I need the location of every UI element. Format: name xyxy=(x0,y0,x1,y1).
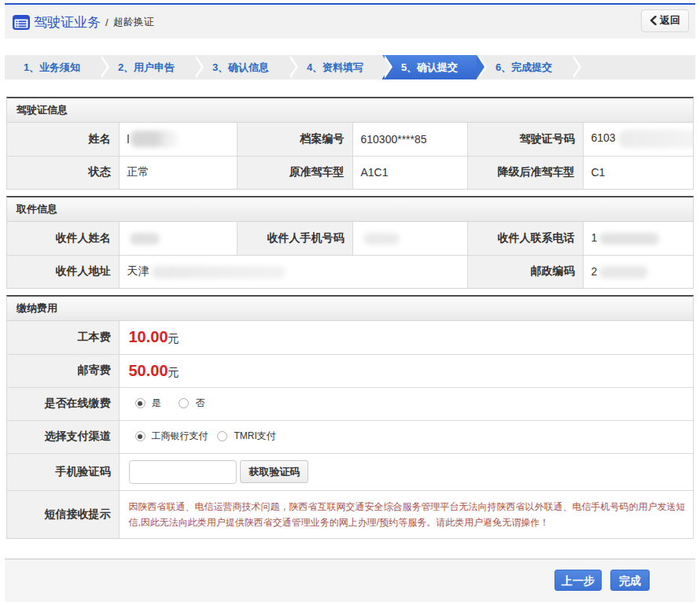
license-info-title: 驾驶证信息 xyxy=(7,98,693,123)
step-bar-filler xyxy=(571,55,695,79)
recipient-tel-label: 收件人联系电话 xyxy=(467,222,583,255)
back-button-label: 返回 xyxy=(660,13,680,28)
down-class-value: C1 xyxy=(583,156,693,189)
radio-icon xyxy=(135,398,146,408)
pickup-info-title: 取件信息 xyxy=(7,197,693,222)
address-label: 收件人地址 xyxy=(7,255,119,288)
name-value xyxy=(119,123,237,156)
sms-code-cell: 获取验证码 xyxy=(119,453,693,490)
status-value: 正常 xyxy=(119,156,237,189)
redacted-smudge xyxy=(363,233,400,245)
step-5-confirm-submit: 5、确认提交 xyxy=(382,55,477,79)
sms-code-label: 手机验证码 xyxy=(7,453,119,490)
pickup-info-panel: 取件信息 收件人姓名 收件人手机号码 收件人联系电话 1 收件人地址 天津 邮政… xyxy=(6,196,694,289)
down-class-label: 降级后准驾车型 xyxy=(467,156,583,189)
get-code-button[interactable]: 获取验证码 xyxy=(240,460,308,483)
radio-label: 否 xyxy=(195,397,204,410)
radio-label: 工商银行支付 xyxy=(152,430,208,443)
redacted-smudge xyxy=(599,233,659,245)
recipient-name-value xyxy=(119,222,237,255)
postcode-label: 邮政编码 xyxy=(467,255,583,288)
postage-fee-value: 50.00元 xyxy=(119,354,693,387)
previous-step-button[interactable]: 上一步 xyxy=(554,570,602,591)
card-fee-label: 工本费 xyxy=(7,321,119,354)
panel-gap xyxy=(5,79,695,97)
recipient-name-label: 收件人姓名 xyxy=(7,222,119,255)
address-value: 天津 xyxy=(119,255,467,288)
page-subtitle: 超龄换证 xyxy=(113,15,154,29)
pay-channel-label: 选择支付渠道 xyxy=(7,420,119,453)
sms-code-input[interactable] xyxy=(129,460,237,484)
card-fee-amount: 10.00 xyxy=(129,328,168,345)
redacted-smudge xyxy=(130,233,160,245)
fees-panel: 缴纳费用 工本费 10.00元 邮寄费 50.00元 是否在线缴费 是 xyxy=(6,295,694,539)
orig-class-value: A1C1 xyxy=(352,156,467,189)
pickup-info-table: 收件人姓名 收件人手机号码 收件人联系电话 1 收件人地址 天津 邮政编码 2 xyxy=(7,222,693,288)
redacted-fragment xyxy=(127,135,129,143)
step-1-business-notice: 1、业务须知 xyxy=(5,55,99,79)
recipient-mobile-label: 收件人手机号码 xyxy=(237,222,352,255)
radio-channel-icbc[interactable]: 工商银行支付 xyxy=(135,430,208,443)
radio-icon xyxy=(179,398,189,408)
finish-button[interactable]: 完成 xyxy=(610,570,650,591)
online-pay-options: 是 否 xyxy=(119,387,693,420)
title-bar: 驾驶证业务 / 超龄换证 返回 xyxy=(5,6,695,39)
recipient-tel-value: 1 xyxy=(583,222,693,255)
radio-icon xyxy=(217,431,227,441)
sms-tip-value: 因陕西省联通、电信运营商技术问题，陕西省互联网交通安全综合服务管理平台无法向持陕… xyxy=(119,490,693,538)
redacted-smudge xyxy=(131,131,178,147)
title-separator: / xyxy=(105,17,109,28)
step-2-user-declaration: 2、用户申告 xyxy=(99,55,193,79)
license-info-table: 姓名 档案编号 610300****85 驾驶证号码 6103 状态 正常 原准… xyxy=(7,123,693,189)
license-no-value: 6103 xyxy=(583,123,693,156)
postcode-value: 2 xyxy=(583,255,693,288)
step-3-confirm-info: 3、确认信息 xyxy=(193,55,288,79)
redacted-smudge xyxy=(599,266,648,279)
card-fee-unit: 元 xyxy=(168,332,179,345)
license-info-panel: 驾驶证信息 姓名 档案编号 610300****85 驾驶证号码 6103 状态… xyxy=(6,97,694,190)
file-no-label: 档案编号 xyxy=(237,123,352,156)
fees-title: 缴纳费用 xyxy=(7,297,693,321)
chevron-left-icon xyxy=(650,16,657,25)
fees-table: 工本费 10.00元 邮寄费 50.00元 是否在线缴费 是 否 xyxy=(7,321,693,538)
back-button[interactable]: 返回 xyxy=(641,9,689,32)
sms-tip-text: 因陕西省联通、电信运营商技术问题，陕西省互联网交通安全综合服务管理平台无法向持陕… xyxy=(129,499,689,530)
postage-fee-unit: 元 xyxy=(168,366,179,378)
sms-tip-label: 短信接收提示 xyxy=(7,490,119,538)
postage-fee-amount: 50.00 xyxy=(129,362,168,379)
step-breadcrumb: 1、业务须知 2、用户申告 3、确认信息 4、资料填写 5、确认提交 6、完成提… xyxy=(5,55,695,79)
recipient-mobile-value xyxy=(352,222,467,255)
card-fee-value: 10.00元 xyxy=(119,321,693,354)
radio-online-pay-yes[interactable]: 是 xyxy=(135,397,161,410)
postage-fee-label: 邮寄费 xyxy=(7,354,119,387)
page-container: 驾驶证业务 / 超龄换证 返回 1、业务须知 2、用户申告 3、确认信息 4、资… xyxy=(5,3,695,539)
file-no-value: 610300****85 xyxy=(352,123,467,156)
radio-icon xyxy=(135,431,146,441)
status-label: 状态 xyxy=(7,156,119,189)
license-no-label: 驾驶证号码 xyxy=(467,123,583,156)
online-pay-label: 是否在线缴费 xyxy=(7,387,119,420)
license-business-icon xyxy=(13,15,30,30)
page-title: 驾驶证业务 xyxy=(34,13,101,31)
redacted-smudge xyxy=(152,266,286,279)
orig-class-label: 原准驾车型 xyxy=(237,156,352,189)
radio-label: TMRI支付 xyxy=(234,430,275,443)
footer-bar: 上一步 完成 xyxy=(5,559,695,602)
step-6-finish-submit: 6、完成提交 xyxy=(477,55,571,79)
name-label: 姓名 xyxy=(7,123,119,156)
top-accent-line xyxy=(5,3,695,5)
radio-channel-tmri[interactable]: TMRI支付 xyxy=(217,430,275,443)
pay-channel-options: 工商银行支付 TMRI支付 xyxy=(119,420,693,453)
step-4-fill-materials: 4、资料填写 xyxy=(288,55,382,79)
redacted-smudge xyxy=(618,130,693,148)
radio-label: 是 xyxy=(152,397,161,410)
radio-online-pay-no[interactable]: 否 xyxy=(179,397,204,410)
